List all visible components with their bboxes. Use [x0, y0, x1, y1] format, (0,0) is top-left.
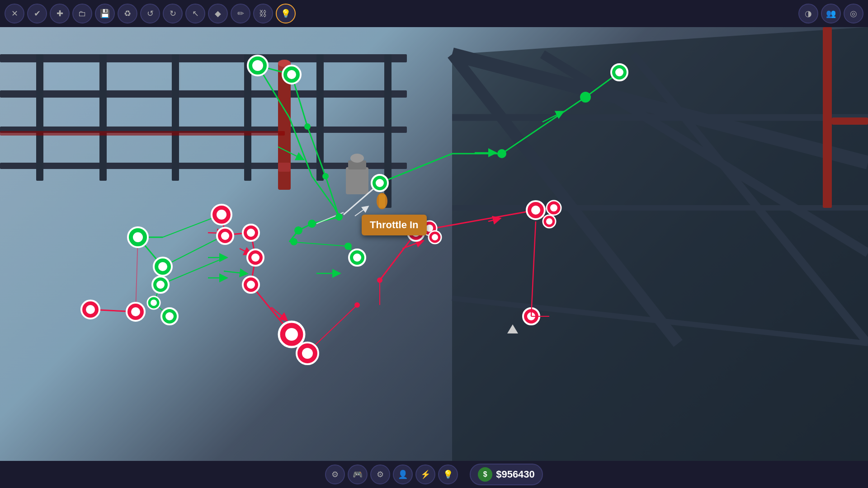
svg-rect-32 — [823, 27, 832, 208]
svg-rect-1 — [0, 54, 407, 62]
svg-point-36 — [350, 154, 364, 163]
green-node-7 — [294, 226, 302, 235]
svg-point-108 — [550, 204, 557, 211]
cursor-button[interactable]: ↖ — [185, 4, 205, 23]
svg-point-100 — [86, 305, 95, 314]
eraser-button[interactable]: ✏ — [231, 4, 250, 23]
svg-point-92 — [353, 253, 361, 262]
group-button[interactable]: 👥 — [821, 4, 841, 23]
svg-rect-22 — [278, 163, 291, 172]
floppy-button[interactable]: 💾 — [95, 4, 115, 23]
svg-rect-13 — [181, 62, 243, 89]
person-button[interactable]: 👤 — [393, 465, 413, 484]
svg-rect-17 — [181, 99, 243, 126]
svg-point-107 — [531, 206, 540, 215]
cursor-arrow — [507, 324, 518, 333]
add-button[interactable]: ✚ — [50, 4, 70, 23]
folder-button[interactable]: 🗀 — [72, 4, 92, 23]
contrast-button[interactable]: ◑ — [798, 4, 818, 23]
svg-rect-11 — [45, 62, 99, 89]
svg-point-103 — [302, 348, 313, 359]
steam-button[interactable]: ♻ — [118, 4, 137, 23]
game-viewport[interactable]: Throttle In — [0, 27, 868, 461]
gear-button[interactable]: ⚙ — [370, 465, 390, 484]
top-toolbar: ✕ ✔ ✚ 🗀 💾 ♻ ↺ ↻ ↖ ◆ ✏ ⛓ 💡 ◑ 👥 ◎ — [0, 0, 868, 27]
svg-point-96 — [221, 232, 229, 240]
svg-rect-6 — [99, 54, 107, 181]
svg-rect-7 — [172, 54, 179, 181]
svg-rect-5 — [36, 54, 43, 181]
svg-point-102 — [285, 328, 298, 341]
svg-rect-15 — [45, 99, 99, 126]
money-display: $ $956430 — [470, 464, 543, 485]
bulb-bottom-button[interactable]: 💡 — [438, 465, 458, 484]
svg-rect-23 — [0, 131, 285, 136]
svg-rect-2 — [0, 90, 407, 98]
link-button[interactable]: ⛓ — [253, 4, 273, 23]
node-canvas — [0, 27, 868, 461]
green-node-9 — [344, 243, 352, 250]
target-button[interactable]: ◎ — [844, 4, 863, 23]
steering-button[interactable]: 🎮 — [348, 465, 368, 484]
green-node-3 — [304, 123, 311, 130]
paint-button[interactable]: ◆ — [208, 4, 228, 23]
bolt-button[interactable]: ⚡ — [415, 465, 435, 484]
svg-point-88 — [158, 262, 167, 271]
svg-point-98 — [251, 253, 259, 262]
right-frame — [452, 27, 868, 461]
svg-rect-33 — [832, 117, 868, 125]
svg-point-106 — [432, 234, 438, 240]
svg-point-94 — [615, 68, 623, 76]
redo-button[interactable]: ↻ — [163, 4, 183, 23]
svg-rect-38 — [379, 194, 385, 208]
close-button[interactable]: ✕ — [5, 4, 24, 23]
svg-point-101 — [131, 307, 140, 316]
svg-rect-12 — [108, 62, 171, 89]
svg-point-87 — [133, 232, 143, 242]
money-icon: $ — [478, 467, 492, 482]
svg-point-95 — [217, 210, 226, 220]
green-node-6 — [308, 220, 316, 228]
red-dot-2 — [377, 277, 382, 283]
green-node-right-2 — [580, 92, 591, 103]
svg-point-99 — [247, 281, 255, 289]
green-node-5 — [335, 213, 343, 221]
bottom-toolbar: ⚙ 🎮 ⚙ 👤 ⚡ 💡 $ $956430 — [0, 461, 868, 488]
svg-point-91 — [165, 312, 174, 320]
svg-rect-4 — [0, 163, 407, 169]
green-node-right-1 — [497, 149, 506, 158]
svg-point-109 — [546, 218, 552, 225]
bulb-button[interactable]: 💡 — [276, 4, 296, 23]
green-node-8 — [290, 238, 297, 245]
svg-point-104 — [412, 229, 420, 237]
save-check-button[interactable]: ✔ — [27, 4, 47, 23]
svg-point-90 — [151, 300, 157, 306]
undo-button[interactable]: ↺ — [140, 4, 160, 23]
svg-point-89 — [156, 281, 165, 289]
svg-point-97 — [247, 229, 255, 237]
svg-rect-16 — [108, 99, 171, 126]
svg-point-85 — [252, 60, 263, 71]
red-dot-1 — [354, 302, 360, 308]
green-node-4 — [322, 173, 329, 179]
svg-rect-34 — [346, 167, 368, 194]
svg-point-93 — [376, 179, 384, 187]
svg-point-105 — [426, 225, 433, 232]
settings-bottom-button[interactable]: ⚙ — [325, 465, 345, 484]
money-amount: $956430 — [496, 469, 535, 480]
svg-point-86 — [287, 70, 296, 79]
